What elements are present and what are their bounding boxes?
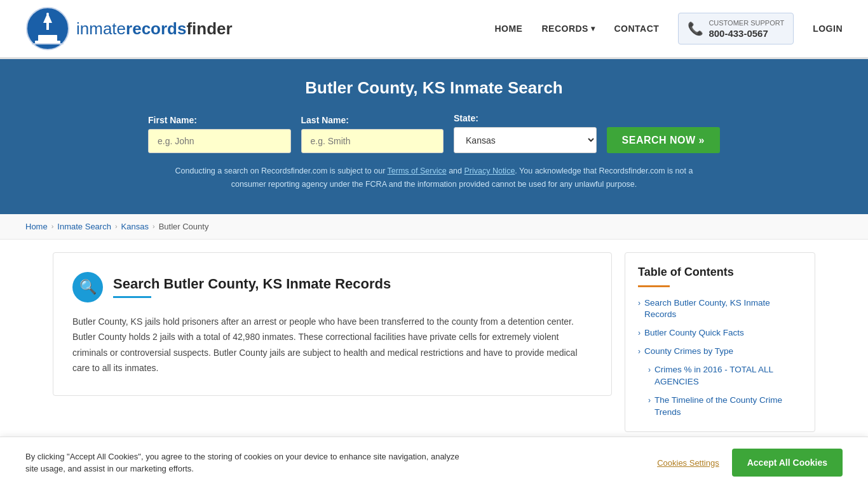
toc-item-4: › Crimes % in 2016 - TOTAL ALL AGENCIES (638, 364, 802, 388)
privacy-link[interactable]: Privacy Notice (464, 166, 515, 175)
breadcrumb-sep-3: › (153, 222, 155, 230)
search-form: First Name: Last Name: State: Kansas Ala… (148, 113, 720, 153)
last-name-label: Last Name: (301, 115, 444, 125)
chevron-right-icon: › (638, 299, 641, 308)
last-name-group: Last Name: (301, 115, 444, 153)
svg-rect-7 (52, 30, 56, 35)
section-underline (113, 296, 151, 298)
search-banner: Butler County, KS Inmate Search First Na… (0, 59, 868, 214)
toc-link-2[interactable]: Butler County Quick Facts (644, 327, 744, 339)
breadcrumb-state[interactable]: Kansas (121, 222, 149, 231)
state-label: State: (454, 113, 597, 123)
svg-rect-1 (38, 35, 57, 41)
toc-title: Table of Contents (638, 266, 802, 279)
search-button[interactable]: SEARCH NOW » (607, 127, 720, 153)
toc-link-4[interactable]: Crimes % in 2016 - TOTAL ALL AGENCIES (654, 364, 802, 388)
toc-link-5[interactable]: The Timeline of the County Crime Trends (654, 395, 802, 419)
svg-rect-6 (46, 30, 50, 35)
toc-underline (638, 285, 670, 287)
svg-rect-9 (32, 43, 64, 44)
section-header: 🔍 Search Butler County, KS Inmate Record… (72, 272, 592, 302)
nav-home[interactable]: HOME (494, 24, 522, 34)
toc-item-5: › The Timeline of the County Crime Trend… (638, 395, 802, 419)
svg-rect-5 (39, 30, 43, 35)
breadcrumb-county: Butler County (159, 222, 209, 231)
header: inmaterecordsfinder HOME RECORDS ▾ CONTA… (0, 0, 868, 59)
breadcrumb: Home › Inmate Search › Kansas › Butler C… (0, 214, 868, 240)
breadcrumb-home[interactable]: Home (25, 222, 48, 231)
first-name-label: First Name: (148, 115, 291, 125)
search-icon: 🔍 (72, 272, 103, 302)
toc-item-3: › County Crimes by Type (638, 346, 802, 358)
chevron-down-icon: ▾ (591, 24, 595, 33)
toc-link-3[interactable]: County Crimes by Type (644, 346, 733, 358)
state-group: State: Kansas Alabama Alaska Arizona Cal… (454, 113, 597, 153)
customer-support[interactable]: 📞 CUSTOMER SUPPORT 800-433-0567 (678, 13, 794, 44)
breadcrumb-sep-2: › (115, 222, 118, 230)
toc-list: › Search Butler County, KS Inmate Record… (638, 297, 802, 419)
main-nav: HOME RECORDS ▾ CONTACT 📞 CUSTOMER SUPPOR… (494, 13, 843, 44)
page-title: Butler County, KS Inmate Search (25, 78, 843, 98)
login-button[interactable]: LOGIN (813, 24, 843, 34)
last-name-input[interactable] (301, 129, 444, 153)
tos-link[interactable]: Terms of Service (388, 166, 447, 175)
toc-item-2: › Butler County Quick Facts (638, 327, 802, 339)
svg-rect-2 (35, 41, 60, 43)
support-number: 800-433-0567 (709, 28, 784, 39)
table-of-contents: Table of Contents › Search Butler County… (625, 252, 815, 432)
nav-records[interactable]: RECORDS ▾ (541, 24, 595, 34)
toc-item-1: › Search Butler County, KS Inmate Record… (638, 297, 802, 322)
logo[interactable]: inmaterecordsfinder (25, 6, 233, 51)
breadcrumb-inmate-search[interactable]: Inmate Search (57, 222, 111, 231)
section-title: Search Butler County, KS Inmate Records (113, 276, 391, 292)
first-name-input[interactable] (148, 129, 291, 153)
svg-point-8 (46, 13, 49, 15)
cookie-banner: By clicking "Accept All Cookies", you ag… (0, 437, 868, 445)
logo-text: inmaterecordsfinder (76, 19, 233, 39)
toc-link-1[interactable]: Search Butler County, KS Inmate Records (644, 297, 802, 322)
disclaimer-text: Conducting a search on Recordsfinder.com… (173, 165, 695, 192)
chevron-right-icon: › (648, 396, 651, 405)
chevron-right-icon: › (638, 329, 641, 337)
logo-icon (25, 6, 70, 51)
main-content: 🔍 Search Butler County, KS Inmate Record… (27, 252, 841, 432)
content-area: 🔍 Search Butler County, KS Inmate Record… (53, 252, 612, 396)
section-body-text: Butler County, KS jails hold prisoners a… (72, 314, 592, 376)
state-select[interactable]: Kansas Alabama Alaska Arizona California… (454, 127, 597, 153)
phone-icon: 📞 (688, 21, 703, 36)
breadcrumb-sep-1: › (51, 222, 54, 230)
nav-contact[interactable]: CONTACT (614, 24, 659, 34)
chevron-right-icon: › (638, 347, 641, 356)
support-label: CUSTOMER SUPPORT (709, 18, 784, 27)
first-name-group: First Name: (148, 115, 291, 153)
chevron-right-icon: › (648, 365, 651, 374)
